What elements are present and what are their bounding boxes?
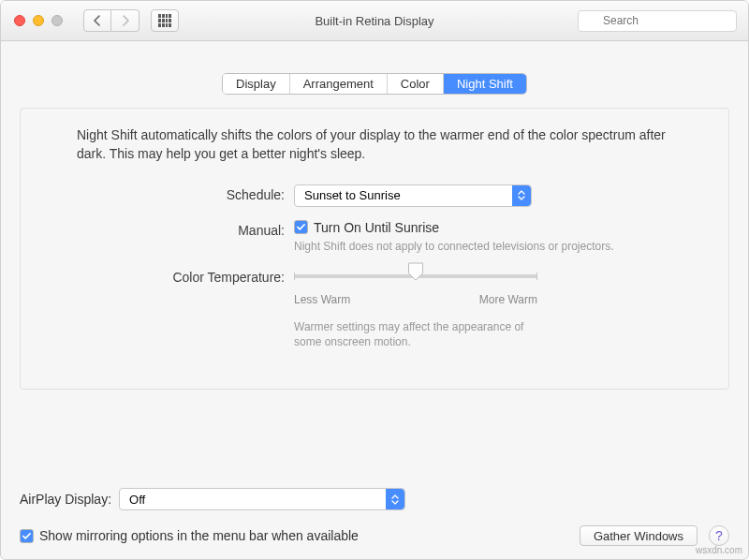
forward-button[interactable] [111, 9, 140, 32]
color-temp-hint: Warmer settings may affect the appearanc… [294, 319, 537, 349]
show-all-button[interactable] [151, 9, 179, 32]
description-text: Night Shift automatically shifts the col… [21, 109, 728, 171]
content-pane: Night Shift automatically shifts the col… [20, 108, 729, 390]
traffic-lights [1, 15, 63, 26]
mirroring-row: Show mirroring options in the menu bar w… [20, 525, 729, 546]
search-wrap [578, 10, 737, 32]
chevron-updown-icon [512, 185, 531, 206]
slider-labels: Less Warm More Warm [294, 293, 537, 306]
prefs-window: Built-in Retina Display Display Arrangem… [0, 0, 749, 560]
tab-arrangement[interactable]: Arrangement [290, 74, 388, 94]
check-icon [296, 222, 306, 232]
manual-row: Manual: Turn On Until Sunrise Night Shif… [21, 220, 728, 254]
tab-display[interactable]: Display [223, 74, 290, 94]
form: Schedule: Sunset to Sunrise Manual: [21, 184, 728, 350]
back-button[interactable] [83, 9, 111, 32]
window-title: Built-in Retina Display [315, 14, 433, 28]
tab-night-shift[interactable]: Night Shift [444, 74, 526, 94]
mirroring-label: Show mirroring options in the menu bar w… [39, 528, 359, 543]
airplay-value: Off [129, 493, 145, 507]
chevron-left-icon [93, 15, 102, 26]
airplay-select[interactable]: Off [119, 488, 405, 510]
gather-windows-button[interactable]: Gather Windows [580, 525, 698, 546]
color-temp-label: Color Temperature: [21, 267, 294, 285]
gather-windows-label: Gather Windows [594, 529, 683, 543]
schedule-select[interactable]: Sunset to Sunrise [294, 184, 532, 207]
mirroring-checkbox[interactable] [20, 529, 34, 543]
grid-icon [158, 14, 171, 27]
schedule-row: Schedule: Sunset to Sunrise [21, 184, 728, 207]
slider-thumb[interactable] [408, 262, 424, 281]
tab-color[interactable]: Color [388, 74, 444, 94]
more-warm-label: More Warm [479, 293, 537, 306]
chevron-updown-icon [386, 489, 404, 509]
minimize-icon[interactable] [33, 15, 44, 26]
footer: AirPlay Display: Off Show mirroring opti… [20, 488, 729, 546]
color-temp-slider[interactable] [294, 267, 537, 286]
schedule-value: Sunset to Sunrise [304, 188, 401, 202]
check-icon [22, 531, 32, 541]
zoom-icon [51, 15, 63, 26]
titlebar: Built-in Retina Display [1, 1, 748, 41]
airplay-label: AirPlay Display: [20, 492, 111, 507]
help-button[interactable]: ? [709, 525, 729, 546]
manual-checkbox[interactable] [294, 220, 308, 234]
tabs: Display Arrangement Color Night Shift [222, 73, 527, 95]
chevron-right-icon [121, 15, 130, 26]
watermark: wsxdn.com [696, 545, 742, 555]
airplay-row: AirPlay Display: Off [20, 488, 729, 510]
manual-checkbox-label: Turn On Until Sunrise [314, 220, 439, 235]
nav-buttons [83, 9, 140, 32]
schedule-label: Schedule: [21, 184, 294, 202]
search-input[interactable] [578, 10, 737, 32]
manual-hint: Night Shift does not apply to connected … [294, 239, 691, 254]
close-icon[interactable] [14, 15, 25, 26]
manual-label: Manual: [21, 220, 294, 238]
tabbar: Display Arrangement Color Night Shift [1, 73, 748, 95]
less-warm-label: Less Warm [294, 293, 350, 306]
help-icon: ? [715, 528, 723, 543]
color-temp-row: Color Temperature: [21, 267, 728, 349]
